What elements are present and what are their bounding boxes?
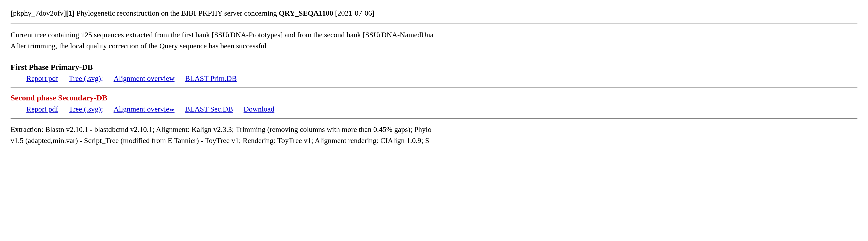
desc-line1: Current tree containing 125 sequences ex… (10, 29, 858, 40)
second-phase-blast-link[interactable]: BLAST Sec.DB (185, 105, 233, 113)
first-phase-section: First Phase Primary-DB Report pdf Tree (… (10, 63, 858, 88)
footer-line1: Extraction: Blastn v2.10.1 - blastdbcmd … (10, 124, 858, 135)
second-phase-title: Second phase Secondary-DB (10, 93, 858, 102)
second-phase-links: Report pdf Tree (.svg); Alignment overvi… (10, 105, 858, 113)
header-line: [pkphy_7dov2ofv][1] Phylogenetic reconst… (10, 8, 858, 18)
first-phase-blast-link[interactable]: BLAST Prim.DB (185, 74, 237, 83)
first-phase-links: Report pdf Tree (.svg); Alignment overvi… (10, 74, 858, 83)
second-phase-tree-svg-link[interactable]: Tree (.svg); (69, 105, 103, 113)
first-phase-title: First Phase Primary-DB (10, 63, 858, 71)
footer-text: Extraction: Blastn v2.10.1 - blastdbcmd … (10, 124, 858, 146)
job-id: [pkphy_7dov2ofv] (10, 9, 66, 17)
description-section: Current tree containing 125 sequences ex… (10, 29, 858, 57)
job-number: [1] (66, 9, 75, 17)
footer-section: Extraction: Blastn v2.10.1 - blastdbcmd … (10, 124, 858, 146)
footer-line2: v1.5 (adapted,min.var) - Script_Tree (mo… (10, 135, 858, 146)
second-phase-section: Second phase Secondary-DB Report pdf Tre… (10, 93, 858, 119)
second-phase-alignment-link[interactable]: Alignment overview (114, 105, 175, 113)
desc-line2: After trimming, the local quality correc… (10, 40, 858, 52)
second-phase-download-link[interactable]: Download (244, 105, 275, 113)
header-desc: Phylogenetic reconstruction on the BIBI-… (75, 9, 279, 17)
second-phase-report-pdf-link[interactable]: Report pdf (26, 105, 58, 113)
first-phase-tree-svg-link[interactable]: Tree (.svg); (69, 74, 103, 83)
header-section: [pkphy_7dov2ofv][1] Phylogenetic reconst… (10, 8, 858, 24)
description-text: Current tree containing 125 sequences ex… (10, 29, 858, 52)
first-phase-report-pdf-link[interactable]: Report pdf (26, 74, 58, 83)
header-date: [2021-07-06] (333, 9, 374, 17)
first-phase-alignment-link[interactable]: Alignment overview (114, 74, 175, 83)
query-id: QRY_SEQA1100 (279, 9, 333, 17)
